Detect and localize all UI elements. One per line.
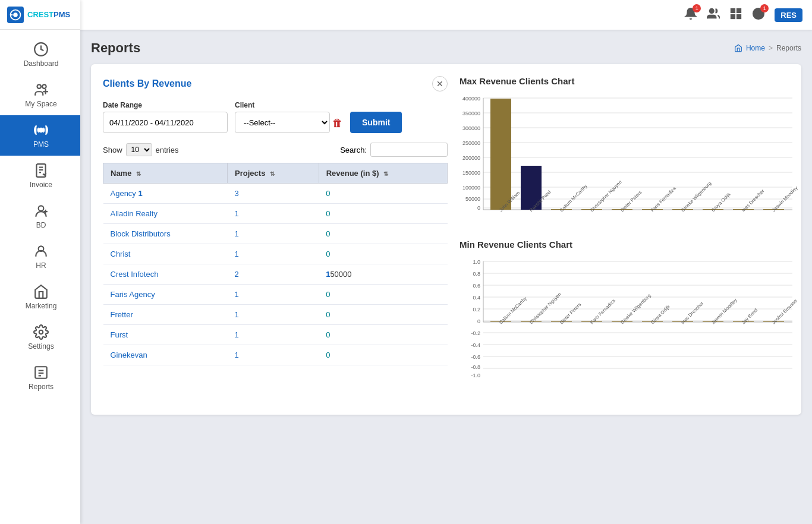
sidebar-item-myspace[interactable]: My Space — [0, 75, 80, 115]
svg-text:250000: 250000 — [462, 140, 480, 146]
grid-icon-wrap[interactable] — [729, 7, 742, 23]
sidebar-item-bd[interactable]: BD — [0, 196, 80, 236]
table-row: Crest Infotech2150000 — [103, 264, 448, 285]
bar-john-william — [490, 99, 511, 210]
sidebar-item-reports[interactable]: Reports — [0, 358, 80, 398]
name-link[interactable]: Fretter — [111, 310, 133, 319]
logo: CRESTPMS — [0, 0, 80, 30]
max-revenue-chart-section: Max Revenue Clients Chart — [459, 76, 789, 225]
cell-revenue: 0 — [319, 204, 447, 224]
page-title: Reports — [91, 40, 140, 56]
cell-revenue: 0 — [319, 305, 447, 325]
entries-select[interactable]: 10 25 50 — [126, 143, 152, 156]
breadcrumb-home[interactable]: Home — [746, 44, 765, 52]
show-entries: Show 10 25 50 entries — [103, 143, 179, 156]
topbar-icons: 1 1 RES — [684, 7, 802, 23]
data-table: Name ⇅ Projects ⇅ Revenue (in $) ⇅ — [103, 163, 448, 365]
sidebar-item-marketing[interactable]: Marketing — [0, 277, 80, 317]
close-button[interactable]: ✕ — [432, 76, 448, 91]
cell-projects: 3 — [228, 184, 319, 204]
sidebar-item-label: Settings — [28, 342, 53, 351]
myspace-icon — [33, 82, 49, 97]
card-header: Clients By Revenue ✕ — [103, 76, 448, 91]
sidebar-item-pms[interactable]: PMS — [0, 115, 80, 156]
date-range-input[interactable] — [103, 112, 228, 133]
breadcrumb: Home > Reports — [734, 44, 801, 52]
submit-button[interactable]: Submit — [350, 112, 402, 133]
sort-icon-name[interactable]: ⇅ — [136, 171, 141, 177]
table-row: Alladin Realty10 — [103, 204, 448, 224]
max-revenue-chart: 400000 350000 300000 250000 200000 15000… — [459, 92, 789, 223]
name-link[interactable]: Faris Agency — [111, 290, 155, 299]
table-row: Faris Agency10 — [103, 285, 448, 305]
svg-point-2 — [13, 12, 17, 17]
name-link[interactable]: Christ — [111, 250, 131, 258]
svg-text:0: 0 — [477, 318, 480, 324]
svg-text:50000: 50000 — [465, 196, 480, 202]
date-range-group: Date Range — [103, 101, 228, 133]
table-row: Fretter10 — [103, 305, 448, 325]
sidebar: CRESTPMS Dashboard My Space — [0, 0, 80, 524]
cell-projects: 1 — [228, 305, 319, 325]
sidebar-item-dashboard[interactable]: Dashboard — [0, 34, 80, 75]
table-controls: Show 10 25 50 entries Search: — [103, 143, 448, 157]
clock-icon-wrap[interactable]: 1 — [752, 7, 765, 23]
client-label: Client — [235, 101, 343, 109]
min-revenue-chart-section: Min Revenue Clients Chart — [459, 239, 789, 389]
sidebar-item-label: BD — [36, 221, 46, 229]
filter-row: Date Range Client --Select-- 🗑 Submit — [103, 101, 448, 133]
svg-text:-0.8: -0.8 — [471, 364, 480, 370]
table-row: Furst10 — [103, 325, 448, 345]
pms-icon — [33, 122, 49, 138]
svg-text:0.2: 0.2 — [473, 307, 480, 312]
svg-text:400000: 400000 — [462, 96, 480, 102]
client-select[interactable]: --Select-- — [235, 112, 330, 133]
reports-icon — [33, 365, 49, 380]
svg-text:0: 0 — [477, 205, 480, 211]
client-group: Client --Select-- 🗑 — [235, 101, 343, 133]
trash-icon[interactable]: 🗑 — [332, 117, 343, 130]
name-link[interactable]: Crest Infotech — [111, 270, 159, 279]
sort-icon-projects[interactable]: ⇅ — [270, 171, 275, 177]
client-select-wrap: --Select-- 🗑 — [235, 112, 343, 133]
svg-point-7 — [39, 128, 43, 132]
svg-text:-0.6: -0.6 — [471, 354, 480, 360]
search-input[interactable] — [370, 143, 448, 157]
card-title: Clients By Revenue — [103, 78, 191, 89]
sidebar-item-settings[interactable]: Settings — [0, 317, 80, 358]
cell-name: Christ — [103, 244, 228, 264]
date-range-label: Date Range — [103, 101, 228, 109]
sidebar-item-label: HR — [36, 261, 46, 270]
min-chart-title: Min Revenue Clients Chart — [459, 239, 789, 250]
name-link[interactable]: Alladin Realty — [111, 209, 158, 218]
invoice-icon — [33, 163, 49, 178]
svg-text:100000: 100000 — [462, 185, 480, 191]
svg-point-5 — [37, 84, 42, 89]
dashboard-icon — [33, 42, 49, 57]
sidebar-item-invoice[interactable]: Invoice — [0, 156, 80, 196]
name-link[interactable]: Block Distributors — [111, 229, 171, 238]
svg-point-16 — [39, 330, 43, 334]
card-left: Clients By Revenue ✕ Date Range Client -… — [103, 76, 448, 403]
users-icon-wrap[interactable] — [707, 7, 720, 23]
name-link[interactable]: Furst — [111, 330, 128, 339]
cell-name: Fretter — [103, 305, 228, 325]
notification-bell[interactable]: 1 — [684, 7, 697, 23]
svg-point-12 — [39, 206, 44, 211]
cell-revenue: 150000 — [319, 264, 447, 285]
name-link[interactable]: Ginekevan — [111, 351, 147, 359]
xlabel-3: Callum McCarthy — [559, 184, 588, 213]
notification-badge: 1 — [693, 4, 701, 12]
sidebar-item-label: Invoice — [30, 181, 52, 189]
cell-name: Agency 1 — [103, 184, 228, 204]
sort-icon-revenue[interactable]: ⇅ — [383, 171, 388, 177]
name-link[interactable]: Agency 1 — [111, 189, 143, 198]
topbar: 1 1 RES — [80, 0, 812, 30]
sidebar-item-hr[interactable]: HR — [0, 236, 80, 277]
cell-name: Furst — [103, 325, 228, 345]
card-title-text2: Revenue — [152, 78, 192, 89]
settings-icon — [33, 324, 49, 340]
entries-label: entries — [156, 146, 179, 154]
cell-projects: 1 — [228, 224, 319, 244]
res-button[interactable]: RES — [775, 8, 802, 22]
